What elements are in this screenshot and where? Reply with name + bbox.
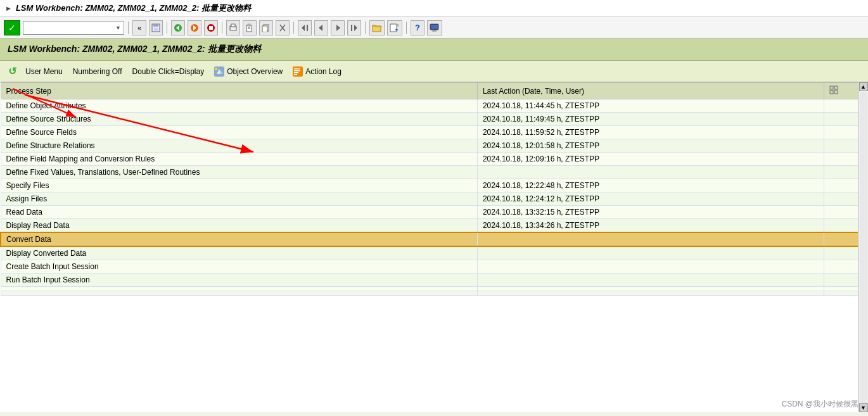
print-button[interactable]: [226, 20, 240, 35]
svg-rect-32: [433, 30, 436, 30]
user-menu-label: User Menu: [25, 67, 63, 76]
refresh-menu-item[interactable]: ↺: [5, 63, 20, 79]
cell-last-action: [477, 274, 824, 287]
folder-button[interactable]: [369, 20, 385, 35]
cell-last-action: 2024.10.18, 11:49:45 h, ZTESTPP: [477, 113, 824, 126]
cell-process-step: Convert Data: [1, 232, 477, 246]
cell-last-action: [477, 260, 824, 274]
svg-rect-41: [294, 72, 298, 73]
col-header-process-step: Process Step: [1, 83, 477, 99]
help-button[interactable]: ?: [411, 20, 424, 35]
svg-rect-21: [307, 25, 308, 31]
nav-back-button[interactable]: [171, 20, 185, 35]
first-button[interactable]: [298, 20, 312, 35]
svg-rect-38: [293, 66, 303, 77]
cell-process-step: Read Data: [1, 206, 477, 219]
svg-marker-23: [336, 25, 340, 31]
cut-button[interactable]: [276, 20, 290, 35]
cell-process-step: Define Source Structures: [1, 113, 477, 126]
title-bar-text: LSM Workbench: ZMM02, ZMM02_1, ZMM02_2: …: [16, 3, 251, 14]
cell-last-action: [477, 232, 824, 246]
table-row[interactable]: [1, 287, 867, 291]
export-button[interactable]: [387, 20, 402, 35]
table-row[interactable]: Assign Files2024.10.18, 12:24:12 h, ZTES…: [1, 192, 867, 206]
svg-rect-39: [294, 68, 300, 70]
scroll-up-button[interactable]: ▲: [859, 82, 868, 91]
table-row[interactable]: Define Source Fields2024.10.18, 11:59:52…: [1, 126, 867, 139]
cell-process-step: Run Batch Input Session: [1, 274, 477, 287]
double-click-item[interactable]: Double Click=Display: [128, 65, 209, 79]
cell-last-action: [477, 287, 824, 291]
process-table: Process Step Last Action (Date, Time, Us…: [0, 82, 868, 296]
scroll-down-button[interactable]: ▼: [859, 403, 868, 412]
refresh-icon: ↺: [8, 65, 16, 77]
cell-last-action: 2024.10.18, 11:44:45 h, ZTESTPP: [477, 99, 824, 113]
toolbar-sep-5: [365, 22, 366, 34]
toolbar-sep-1: [128, 22, 129, 34]
cell-last-action: 2024.10.18, 12:22:48 h, ZTESTPP: [477, 179, 824, 192]
table-row[interactable]: Create Batch Input Session: [1, 260, 867, 274]
save-button[interactable]: [149, 20, 163, 35]
table-container: Process Step Last Action (Date, Time, Us…: [0, 82, 868, 412]
cell-process-step: [1, 287, 477, 291]
svg-rect-33: [432, 30, 437, 32]
action-log-item[interactable]: Action Log: [288, 64, 346, 79]
svg-point-37: [215, 68, 217, 70]
content-area: LSM Workbench: ZMM02, ZMM02_1, ZMM02_2: …: [0, 39, 868, 416]
table-row[interactable]: Define Object Attributes2024.10.18, 11:4…: [1, 99, 867, 113]
scrollbar[interactable]: ▲ ▼: [858, 82, 868, 412]
object-overview-item[interactable]: Object Overview: [210, 64, 287, 79]
object-overview-icon: [214, 66, 224, 77]
svg-rect-8: [209, 26, 213, 30]
toolbar-sep-2: [167, 22, 167, 34]
table-header-row: Process Step Last Action (Date, Time, Us…: [1, 83, 867, 99]
cell-process-step: Define Structure Relations: [1, 139, 477, 153]
numbering-off-item[interactable]: Numbering Off: [68, 65, 127, 79]
clipboard-btn-2[interactable]: [259, 20, 273, 35]
cell-last-action: 2024.10.18, 13:32:15 h, ZTESTPP: [477, 206, 824, 219]
table-row[interactable]: Display Read Data2024.10.18, 13:34:26 h,…: [1, 219, 867, 233]
check-button[interactable]: ✓: [4, 20, 20, 35]
table-body: Define Object Attributes2024.10.18, 11:4…: [1, 99, 867, 296]
svg-rect-46: [834, 91, 838, 94]
cell-process-step: Define Source Fields: [1, 126, 477, 139]
table-row[interactable]: Convert Data: [1, 232, 867, 246]
cell-last-action: [477, 246, 824, 260]
svg-rect-42: [294, 74, 297, 75]
next-button[interactable]: [331, 20, 345, 35]
cell-process-step: [1, 291, 477, 296]
monitor-button[interactable]: [427, 20, 442, 35]
table-row[interactable]: Specify Files2024.10.18, 12:22:48 h, ZTE…: [1, 179, 867, 192]
svg-rect-25: [351, 25, 352, 31]
table-row[interactable]: Define Field Mapping and Conversion Rule…: [1, 153, 867, 166]
back-button[interactable]: «: [132, 20, 146, 35]
toolbar-sep-3: [222, 22, 222, 34]
last-button[interactable]: [347, 20, 361, 35]
table-row[interactable]: Display Converted Data: [1, 246, 867, 260]
table-row[interactable]: Define Fixed Values, Translations, User-…: [1, 166, 867, 179]
command-dropdown[interactable]: ▼: [23, 21, 124, 35]
table-row[interactable]: Define Source Structures2024.10.18, 11:4…: [1, 113, 867, 126]
stop-button[interactable]: [204, 20, 218, 35]
nav-forward-button[interactable]: [188, 20, 201, 35]
prev-button[interactable]: [314, 20, 328, 35]
cell-last-action: 2024.10.18, 13:34:26 h, ZTESTPP: [477, 219, 824, 233]
svg-marker-24: [354, 25, 357, 31]
cell-process-step: Define Field Mapping and Conversion Rule…: [1, 153, 477, 166]
table-row[interactable]: Define Structure Relations2024.10.18, 12…: [1, 139, 867, 153]
svg-rect-31: [431, 25, 438, 29]
svg-rect-45: [830, 91, 833, 94]
user-menu-item[interactable]: User Menu: [21, 65, 67, 79]
table-row[interactable]: Read Data2024.10.18, 13:32:15 h, ZTESTPP: [1, 206, 867, 219]
action-log-label: Action Log: [305, 67, 341, 76]
svg-marker-20: [302, 25, 305, 31]
table-row[interactable]: [1, 291, 867, 296]
table-row[interactable]: Run Batch Input Session: [1, 274, 867, 287]
clipboard-btn-1[interactable]: [243, 20, 257, 35]
cell-process-step: Assign Files: [1, 192, 477, 206]
double-click-label: Double Click=Display: [132, 67, 205, 76]
header-section: LSM Workbench: ZMM02, ZMM02_1, ZMM02_2: …: [0, 39, 868, 61]
toolbar-sep-6: [406, 22, 407, 34]
svg-rect-10: [231, 24, 235, 27]
toolbar: ✓ ▼ «: [0, 17, 868, 39]
